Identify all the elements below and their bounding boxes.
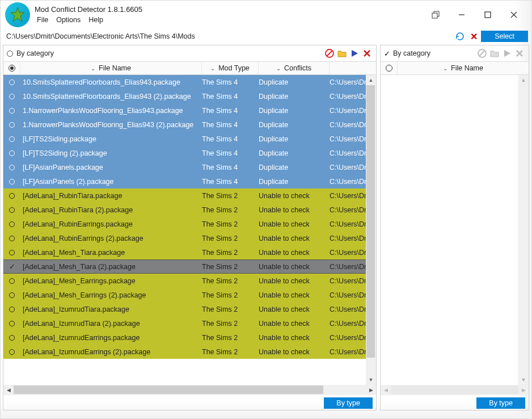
row-select-circle[interactable] [3, 292, 20, 298]
table-row[interactable]: [AdeLana]_IzumrudEarrings.packageThe Sim… [3, 330, 376, 345]
table-row[interactable]: 10.SmitsSplatteredFloorboards_Elias943 (… [3, 89, 376, 103]
table-row[interactable]: 1.NarrowerPlanksWoodFlooring_Elias943.pa… [3, 103, 376, 118]
scroll-right-icon[interactable]: ▶ [366, 385, 376, 395]
table-row[interactable]: [LF]AsianPanels (2).packageThe Sims 4Dup… [3, 174, 376, 188]
table-row[interactable]: [AdeLana]_IzumrudTiara.packageThe Sims 2… [3, 302, 376, 316]
titlebar: Mod Conflict Detector 1.8.1.6605 File Op… [1, 1, 531, 29]
table-row[interactable]: [AdeLana]_RubinTiara (2).packageThe Sims… [3, 203, 376, 217]
h-scroll-thumb[interactable] [14, 386, 323, 394]
table-row[interactable]: [AdeLana]_IzumrudEarrings (2).packageThe… [3, 345, 376, 359]
row-select-circle[interactable] [3, 136, 20, 142]
left-horizontal-scrollbar[interactable]: ◀ ▶ [3, 385, 376, 395]
cell-filename: [AdeLana]_Mesh_Tiara (2).package [20, 263, 202, 271]
table-row[interactable]: [LF]AsianPanels.packageThe Sims 4Duplica… [3, 160, 376, 174]
row-select-circle[interactable] [3, 236, 20, 241]
row-select-circle[interactable] [3, 122, 20, 128]
col-header-path[interactable] [330, 62, 376, 74]
col-header-filename[interactable]: ⌄File Name [20, 62, 202, 74]
select-all-radio[interactable] [3, 62, 20, 74]
by-type-button-left[interactable]: By type [324, 397, 373, 409]
cell-conflict: Unable to check [259, 320, 330, 328]
row-select-circle[interactable] [3, 108, 20, 114]
row-select-circle[interactable] [3, 278, 20, 284]
cell-modtype: The Sims 2 [202, 277, 259, 285]
title-area: Mod Conflict Detector 1.8.1.6605 File Op… [35, 5, 142, 25]
right-select-all-radio[interactable] [381, 62, 398, 74]
menubar: File Options Help [35, 15, 142, 25]
close-icon[interactable] [501, 6, 527, 23]
scroll-up-icon-disabled: ▲ [518, 75, 529, 85]
menu-file[interactable]: File [35, 15, 54, 25]
row-select-circle[interactable] [3, 165, 20, 170]
cell-filename: 10.SmitsSplatteredFloorboards_Elias943 (… [20, 93, 202, 100]
row-select-circle[interactable] [3, 349, 20, 355]
cell-conflict: Duplicate [259, 121, 330, 129]
row-select-circle[interactable] [3, 207, 20, 213]
row-select-circle[interactable] [3, 150, 20, 156]
cell-conflict: Unable to check [259, 348, 330, 356]
table-row[interactable]: [AdeLana]_RubinEarrings.packageThe Sims … [3, 217, 376, 231]
cell-conflict: Unable to check [259, 206, 330, 214]
svg-line-10 [479, 51, 485, 56]
table-row[interactable]: 1.NarrowerPlanksWoodFlooring_Elias943 (2… [3, 118, 376, 132]
left-vertical-scrollbar[interactable]: ▲ ▼ [366, 75, 376, 385]
row-select-circle[interactable] [3, 179, 20, 185]
cell-modtype: The Sims 2 [202, 320, 259, 328]
right-toolbar: ✓ By category [381, 45, 529, 61]
row-select-circle[interactable]: ✓ [3, 262, 20, 271]
scroll-up-icon[interactable]: ▲ [366, 75, 376, 85]
menu-help[interactable]: Help [87, 15, 109, 25]
cell-filename: [AdeLana]_Mesh_Earrings.package [20, 277, 202, 285]
maximize-icon[interactable] [475, 6, 501, 23]
by-category-radio-left[interactable] [7, 51, 13, 57]
cell-modtype: The Sims 4 [202, 93, 259, 100]
col-header-filename-right[interactable]: ⌄File Name [398, 62, 529, 74]
cell-conflict: Duplicate [259, 178, 330, 186]
table-row[interactable]: [AdeLana]_Mesh_Earrings (2).packageThe S… [3, 288, 376, 302]
restore-down-icon[interactable] [423, 6, 449, 23]
refresh-icon[interactable] [455, 31, 465, 41]
menu-options[interactable]: Options [55, 15, 86, 25]
row-select-circle[interactable] [3, 307, 20, 312]
row-select-circle[interactable] [3, 250, 20, 255]
clear-path-icon[interactable]: ✕ [468, 31, 479, 42]
play-icon[interactable] [349, 48, 360, 59]
by-type-button-right[interactable]: By type [476, 397, 525, 409]
select-button[interactable]: Select [481, 31, 528, 42]
table-row[interactable]: [AdeLana]_Mesh_Earrings.packageThe Sims … [3, 274, 376, 288]
col-header-modtype[interactable]: ⌄Mod Type [202, 62, 259, 74]
cell-modtype: The Sims 2 [202, 192, 259, 200]
no-entry-icon[interactable] [324, 48, 335, 59]
folder-path[interactable]: C:\Users\Dmitr\Documents\Electronic Arts… [4, 32, 195, 40]
scroll-left-icon[interactable]: ◀ [3, 385, 14, 395]
cell-conflict: Duplicate [259, 107, 330, 115]
col-header-conflicts[interactable]: ⌄Conflicts [259, 62, 330, 74]
row-select-circle[interactable] [3, 321, 20, 326]
right-header: ⌄File Name [381, 61, 529, 75]
row-select-circle[interactable] [3, 94, 20, 99]
minimize-icon[interactable] [449, 6, 475, 23]
cell-conflict: Unable to check [259, 277, 330, 285]
table-row[interactable]: 10.SmitsSplatteredFloorboards_Elias943.p… [3, 75, 376, 89]
table-row[interactable]: [AdeLana]_RubinTiara.packageThe Sims 2Un… [3, 188, 376, 203]
row-select-circle[interactable] [3, 193, 20, 199]
table-row[interactable]: [LF]TS2Siding (2).packageThe Sims 4Dupli… [3, 146, 376, 160]
scroll-thumb[interactable] [366, 85, 375, 358]
table-row[interactable]: ✓[AdeLana]_Mesh_Tiara (2).packageThe Sim… [3, 259, 376, 274]
table-row[interactable]: [LF]TS2Siding.packageThe Sims 4Duplicate… [3, 132, 376, 146]
table-row[interactable]: [AdeLana]_Mesh_Tiara.packageThe Sims 2Un… [3, 245, 376, 259]
scroll-down-icon[interactable]: ▼ [366, 375, 376, 385]
table-row[interactable]: [AdeLana]_RubinEarrings (2).packageThe S… [3, 231, 376, 245]
folder-icon[interactable] [336, 48, 348, 59]
row-select-circle[interactable] [3, 221, 20, 227]
right-horizontal-scrollbar: ◀ ▶ [381, 385, 529, 395]
app-logo [5, 2, 30, 27]
row-select-circle[interactable] [3, 335, 20, 341]
cell-modtype: The Sims 2 [202, 234, 259, 242]
delete-icon[interactable] [361, 48, 373, 59]
table-row[interactable]: [AdeLana]_IzumrudTiara (2).packageThe Si… [3, 316, 376, 330]
cell-modtype: The Sims 4 [202, 178, 259, 186]
cell-conflict: Duplicate [259, 164, 330, 171]
by-category-check-right[interactable]: ✓ [384, 49, 390, 58]
row-select-circle[interactable] [3, 79, 20, 85]
